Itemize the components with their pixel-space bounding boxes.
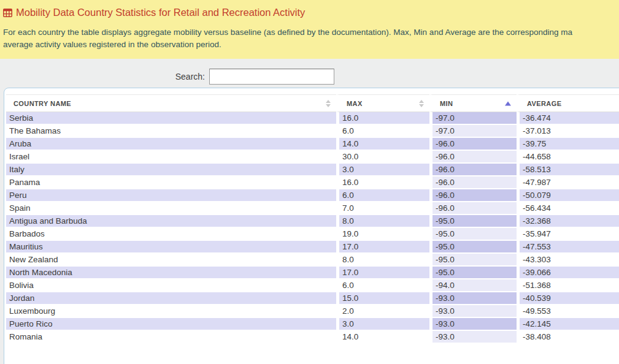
- cell-min: -97.0: [429, 112, 517, 125]
- table-row: North Macedonia17.0-95.0-39.066: [6, 267, 619, 279]
- cell-max: 14.0: [336, 331, 429, 344]
- cell-average: -44.658: [517, 151, 619, 164]
- cell-min: -93.0: [429, 318, 517, 331]
- cell-min: -95.0: [429, 228, 517, 241]
- column-header-min[interactable]: MIN: [429, 94, 517, 112]
- cell-min: -96.0: [429, 202, 517, 215]
- cell-min: -95.0: [429, 215, 517, 228]
- cell-min: -93.0: [429, 331, 517, 344]
- table-row: Panama16.0-96.0-47.987: [6, 176, 619, 189]
- cell-average: -36.474: [517, 112, 619, 125]
- table-row: Puerto Rico3.0-93.0-42.145: [6, 318, 619, 331]
- cell-average: -39.75: [517, 138, 619, 151]
- table-row: Barbados19.0-95.0-35.947: [6, 228, 619, 241]
- country-name-cell: Mauritius: [6, 241, 336, 254]
- country-statistics-table: COUNTRY NAMEMAXMINAVERAGE Serbia16.0-97.…: [6, 94, 619, 344]
- table-row: Italy3.0-96.0-58.513: [6, 164, 619, 176]
- column-label: AVERAGE: [527, 100, 561, 107]
- cell-max: 6.0: [336, 125, 429, 138]
- table-row: New Zealand8.0-95.0-43.303: [6, 254, 619, 267]
- description-line-1: For each country the table displays aggr…: [3, 26, 619, 39]
- table-row: The Bahamas6.0-97.0-37.013: [6, 125, 619, 138]
- country-name-cell: Jordan: [6, 292, 336, 305]
- country-name-cell: The Bahamas: [6, 125, 336, 138]
- cell-max: 16.0: [336, 112, 429, 125]
- search-input[interactable]: [209, 69, 334, 85]
- cell-average: -32.368: [517, 215, 619, 228]
- table-row: Serbia16.0-97.0-36.474: [6, 112, 619, 125]
- column-header-max[interactable]: MAX: [336, 94, 429, 112]
- country-name-cell: Spain: [6, 202, 336, 215]
- cell-max: 14.0: [336, 138, 429, 151]
- cell-average: -58.513: [517, 164, 619, 176]
- country-name-cell: Antigua and Barbuda: [6, 215, 336, 228]
- country-name-cell: Barbados: [6, 228, 336, 241]
- cell-max: 6.0: [336, 189, 429, 202]
- cell-max: 16.0: [336, 176, 429, 189]
- cell-average: -38.408: [517, 331, 619, 344]
- cell-average: -39.066: [517, 267, 619, 279]
- country-name-cell: Panama: [6, 176, 336, 189]
- table-header-row: COUNTRY NAMEMAXMINAVERAGE: [6, 94, 619, 112]
- country-name-cell: Puerto Rico: [6, 318, 336, 331]
- table-search-bar: Search:: [0, 68, 334, 85]
- cell-max: 15.0: [336, 292, 429, 305]
- cell-average: -49.553: [517, 305, 619, 318]
- sort-ascending-icon: [505, 101, 511, 105]
- table-body: Serbia16.0-97.0-36.474The Bahamas6.0-97.…: [6, 112, 619, 344]
- cell-min: -95.0: [429, 267, 517, 279]
- table-row: Aruba14.0-96.0-39.75: [6, 138, 619, 151]
- table-icon: [3, 9, 12, 17]
- cell-average: -56.434: [517, 202, 619, 215]
- cell-max: 19.0: [336, 228, 429, 241]
- cell-max: 17.0: [336, 267, 429, 279]
- sort-both-icon: [419, 100, 424, 107]
- cell-min: -95.0: [429, 254, 517, 267]
- country-name-cell: Bolivia: [6, 279, 336, 292]
- column-header-country-name[interactable]: COUNTRY NAME: [6, 94, 336, 112]
- column-header-average[interactable]: AVERAGE: [517, 94, 619, 112]
- table-row: Luxembourg2.0-93.0-49.553: [6, 305, 619, 318]
- column-label: COUNTRY NAME: [13, 100, 71, 107]
- country-name-cell: Israel: [6, 151, 336, 164]
- column-label: MAX: [347, 100, 363, 107]
- country-name-cell: Peru: [6, 189, 336, 202]
- cell-max: 2.0: [336, 305, 429, 318]
- cell-max: 30.0: [336, 151, 429, 164]
- cell-min: -93.0: [429, 305, 517, 318]
- table-row: Romania14.0-93.0-38.408: [6, 331, 619, 344]
- cell-min: -96.0: [429, 151, 517, 164]
- cell-max: 8.0: [336, 215, 429, 228]
- cell-min: -96.0: [429, 164, 517, 176]
- table-row: Spain7.0-96.0-56.434: [6, 202, 619, 215]
- country-name-cell: Aruba: [6, 138, 336, 151]
- cell-max: 8.0: [336, 254, 429, 267]
- column-label: MIN: [440, 100, 453, 107]
- cell-max: 3.0: [336, 164, 429, 176]
- cell-min: -97.0: [429, 125, 517, 138]
- cell-average: -51.368: [517, 279, 619, 292]
- cell-average: -42.145: [517, 318, 619, 331]
- cell-min: -95.0: [429, 241, 517, 254]
- country-statistics-table-panel: COUNTRY NAMEMAXMINAVERAGE Serbia16.0-97.…: [4, 88, 619, 364]
- search-label: Search:: [175, 72, 205, 82]
- cell-max: 7.0: [336, 202, 429, 215]
- cell-average: -47.553: [517, 241, 619, 254]
- description-line-2: average activity values registered in th…: [3, 39, 619, 51]
- table-row: Israel30.0-96.0-44.658: [6, 151, 619, 164]
- page-title: Mobility Data Country Statistics for Ret…: [3, 7, 619, 18]
- country-name-cell: Luxembourg: [6, 305, 336, 318]
- cell-max: 3.0: [336, 318, 429, 331]
- table-row: Antigua and Barbuda8.0-95.0-32.368: [6, 215, 619, 228]
- country-name-cell: Serbia: [6, 112, 336, 125]
- cell-min: -94.0: [429, 279, 517, 292]
- cell-min: -96.0: [429, 189, 517, 202]
- cell-min: -96.0: [429, 138, 517, 151]
- table-row: Mauritius17.0-95.0-47.553: [6, 241, 619, 254]
- info-banner: Mobility Data Country Statistics for Ret…: [0, 0, 619, 59]
- cell-average: -40.539: [517, 292, 619, 305]
- country-name-cell: Romania: [6, 331, 336, 344]
- table-row: Jordan15.0-93.0-40.539: [6, 292, 619, 305]
- cell-average: -47.987: [517, 176, 619, 189]
- country-name-cell: New Zealand: [6, 254, 336, 267]
